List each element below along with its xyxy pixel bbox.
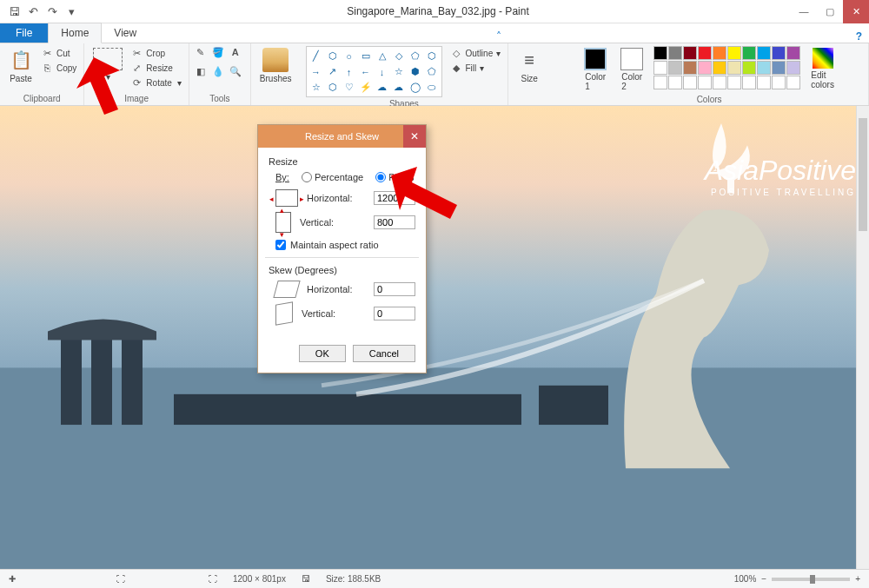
- shapes-gallery[interactable]: ╱⬡○▭△◇⬠⬡ →↗↑←↓☆⬢⬠ ☆⬡♡⚡☁☁◯⬭: [306, 46, 442, 97]
- vertical-scrollbar[interactable]: [856, 106, 869, 569]
- shape-fill-button[interactable]: ◆Fill▾: [448, 61, 503, 75]
- colors-group-label: Colors: [697, 93, 722, 106]
- zoom-out-button[interactable]: −: [761, 574, 766, 584]
- color-swatch[interactable]: [727, 46, 741, 60]
- home-tab[interactable]: Home: [48, 23, 102, 43]
- color-swatch[interactable]: [653, 76, 667, 89]
- edit-colors-button[interactable]: Edit colors: [807, 46, 838, 91]
- redo-icon[interactable]: ↷: [45, 4, 59, 18]
- color-swatch[interactable]: [772, 61, 786, 75]
- eraser-icon[interactable]: ◧: [195, 65, 207, 77]
- rotate-icon: ⟳: [130, 76, 143, 89]
- color-swatch[interactable]: [713, 76, 726, 89]
- size-label: Size: [521, 74, 537, 83]
- vertical-resize-icon: [275, 212, 291, 233]
- filesize-icon: 🖫: [302, 574, 310, 584]
- dialog-close-button[interactable]: ✕: [403, 125, 426, 148]
- window-title: Singapore_Marina_Bay_032.jpg - Paint: [85, 5, 791, 17]
- color-swatch[interactable]: [698, 76, 712, 89]
- brushes-label: Brushes: [260, 74, 292, 83]
- color-swatch[interactable]: [757, 76, 771, 89]
- skew-vertical-input[interactable]: [374, 307, 415, 320]
- qat-dropdown-icon[interactable]: ▾: [64, 4, 78, 18]
- color-swatch[interactable]: [786, 61, 800, 75]
- color-swatch[interactable]: [683, 76, 697, 89]
- color-swatch[interactable]: [698, 46, 712, 60]
- scrollbar-thumb[interactable]: [859, 118, 867, 231]
- cancel-button[interactable]: Cancel: [353, 345, 415, 362]
- fill-icon[interactable]: 🪣: [212, 46, 224, 58]
- skew-section-label: Skew (Degrees): [269, 265, 415, 275]
- color-swatch[interactable]: [698, 61, 712, 75]
- shapes-group: ╱⬡○▭△◇⬠⬡ →↗↑←↓☆⬢⬠ ☆⬡♡⚡☁☁◯⬭ ◇Outline▾ ◆Fi…: [301, 43, 509, 105]
- color-swatch[interactable]: [668, 76, 682, 89]
- tools-group: ✎ 🪣 A ◧ 💧 🔍 Tools: [189, 43, 251, 105]
- crop-button[interactable]: ✂Crop: [129, 46, 182, 60]
- color-swatch[interactable]: [653, 61, 667, 75]
- color2-label: Color 2: [621, 72, 642, 91]
- ribbon-options-icon[interactable]: ˄: [496, 30, 501, 43]
- skew-horizontal-input[interactable]: [374, 282, 415, 296]
- shape-outline-button[interactable]: ◇Outline▾: [448, 46, 503, 60]
- dimensions-icon: ⛶: [209, 574, 217, 584]
- ribbon-tabstrip: File Home View ˄ ?: [0, 23, 869, 43]
- color-swatch[interactable]: [683, 46, 697, 60]
- dialog-separator: [265, 257, 419, 258]
- annotation-arrow-pixels: [391, 167, 461, 229]
- resize-button[interactable]: ⤢Resize: [129, 61, 182, 75]
- zoom-in-button[interactable]: +: [855, 574, 860, 584]
- brushes-button[interactable]: Brushes: [256, 46, 295, 85]
- color1-button[interactable]: Color 1: [580, 46, 610, 93]
- maximize-button[interactable]: ▢: [817, 0, 843, 23]
- close-button[interactable]: ✕: [843, 0, 869, 23]
- color-swatch[interactable]: [772, 46, 786, 60]
- zoom-value: 100%: [734, 574, 757, 584]
- magnifier-icon[interactable]: 🔍: [229, 65, 242, 77]
- svg-rect-2: [61, 333, 82, 425]
- vertical-skew-icon: [275, 301, 293, 326]
- watermark-tag: POSITIVE TRAVELLING: [711, 188, 856, 197]
- color-swatch[interactable]: [713, 61, 726, 75]
- color-swatch[interactable]: [727, 76, 741, 89]
- color-swatch[interactable]: [742, 76, 756, 89]
- color-swatch[interactable]: [772, 76, 786, 89]
- color-swatch[interactable]: [727, 61, 741, 75]
- skew-vertical-label: Vertical:: [302, 308, 367, 319]
- color-swatch[interactable]: [786, 76, 800, 89]
- rotate-button[interactable]: ⟳Rotate▾: [129, 76, 182, 89]
- color-swatch[interactable]: [653, 46, 667, 60]
- text-icon[interactable]: A: [229, 46, 242, 58]
- quick-access-toolbar: 🖫 ↶ ↷ ▾: [0, 4, 85, 18]
- percentage-radio[interactable]: Percentage: [302, 172, 363, 182]
- dialog-titlebar[interactable]: Resize and Skew ✕: [258, 125, 426, 148]
- by-label: By:: [275, 172, 289, 182]
- help-icon[interactable]: ?: [856, 30, 862, 43]
- edit-colors-label: Edit colors: [811, 70, 834, 89]
- color-swatch[interactable]: [683, 61, 697, 75]
- color-swatch[interactable]: [757, 61, 771, 75]
- minimize-button[interactable]: —: [791, 0, 817, 23]
- color-swatch[interactable]: [742, 46, 756, 60]
- color-swatch[interactable]: [757, 46, 771, 60]
- color2-button[interactable]: Color 2: [617, 46, 647, 93]
- color-swatch[interactable]: [668, 46, 682, 60]
- filesize-value: Size: 188.5KB: [326, 574, 381, 584]
- outline-icon: ◇: [450, 47, 462, 59]
- view-tab[interactable]: View: [102, 23, 149, 43]
- file-tab[interactable]: File: [0, 23, 48, 43]
- paste-button[interactable]: 📋 Paste: [5, 46, 36, 85]
- size-button[interactable]: ≡ Size: [514, 46, 545, 85]
- undo-icon[interactable]: ↶: [26, 4, 40, 18]
- save-icon[interactable]: 🖫: [7, 4, 21, 18]
- maintain-aspect-checkbox[interactable]: Maintain aspect ratio: [275, 240, 415, 250]
- paste-icon: 📋: [9, 48, 33, 72]
- pencil-icon[interactable]: ✎: [195, 46, 207, 58]
- zoom-slider[interactable]: [772, 578, 850, 581]
- picker-icon[interactable]: 💧: [212, 65, 224, 77]
- color-swatch[interactable]: [668, 61, 682, 75]
- color-swatch[interactable]: [742, 61, 756, 75]
- size-group: ≡ Size: [508, 43, 550, 105]
- ok-button[interactable]: OK: [299, 345, 346, 362]
- color-swatch[interactable]: [786, 46, 800, 60]
- color-swatch[interactable]: [713, 46, 726, 60]
